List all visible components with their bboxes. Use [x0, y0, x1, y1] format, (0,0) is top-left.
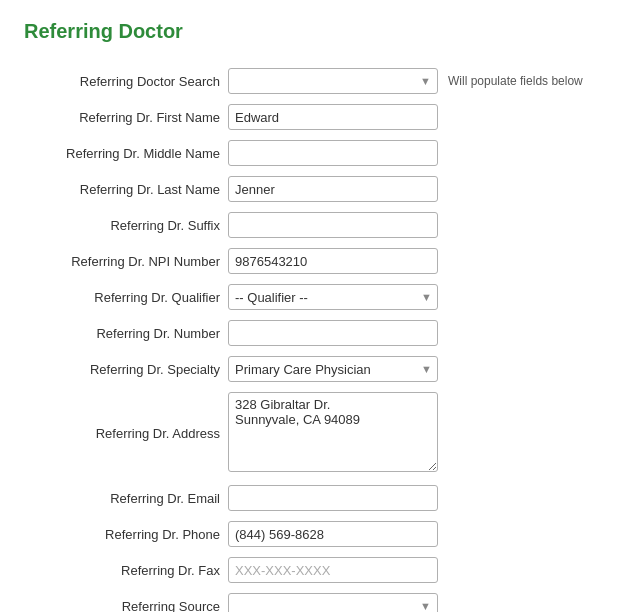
specialty-label: Referring Dr. Specialty: [24, 351, 224, 387]
npi-input[interactable]: [228, 248, 438, 274]
suffix-label: Referring Dr. Suffix: [24, 207, 224, 243]
last-name-label: Referring Dr. Last Name: [24, 171, 224, 207]
address-textarea[interactable]: 328 Gibraltar Dr. Sunnyvale, CA 94089: [228, 392, 438, 472]
referring-doctor-search-arrow-icon: ▼: [420, 75, 431, 87]
fax-input[interactable]: [228, 557, 438, 583]
qualifier-select-wrapper: -- Qualifier -- Option 1 Option 2 ▼: [228, 284, 438, 310]
referring-source-label: Referring Source: [24, 588, 224, 612]
referring-doctor-search-label: Referring Doctor Search: [24, 63, 224, 99]
referring-doctor-search-dropdown[interactable]: ▼: [228, 68, 438, 94]
email-label: Referring Dr. Email: [24, 480, 224, 516]
email-input[interactable]: [228, 485, 438, 511]
phone-input[interactable]: [228, 521, 438, 547]
first-name-input[interactable]: [228, 104, 438, 130]
phone-label: Referring Dr. Phone: [24, 516, 224, 552]
address-label: Referring Dr. Address: [24, 387, 224, 480]
page-title: Referring Doctor: [24, 20, 612, 43]
qualifier-label: Referring Dr. Qualifier: [24, 279, 224, 315]
referring-source-dropdown[interactable]: ▼: [228, 593, 438, 612]
last-name-input[interactable]: [228, 176, 438, 202]
number-input[interactable]: [228, 320, 438, 346]
referring-source-arrow-icon: ▼: [420, 600, 431, 612]
suffix-input[interactable]: [228, 212, 438, 238]
qualifier-select[interactable]: -- Qualifier -- Option 1 Option 2: [228, 284, 438, 310]
specialty-select[interactable]: Primary Care Physician Specialist Other: [228, 356, 438, 382]
middle-name-label: Referring Dr. Middle Name: [24, 135, 224, 171]
populate-hint: Will populate fields below: [444, 63, 612, 99]
first-name-label: Referring Dr. First Name: [24, 99, 224, 135]
number-label: Referring Dr. Number: [24, 315, 224, 351]
npi-label: Referring Dr. NPI Number: [24, 243, 224, 279]
fax-label: Referring Dr. Fax: [24, 552, 224, 588]
middle-name-input[interactable]: [228, 140, 438, 166]
specialty-select-wrapper: Primary Care Physician Specialist Other …: [228, 356, 438, 382]
